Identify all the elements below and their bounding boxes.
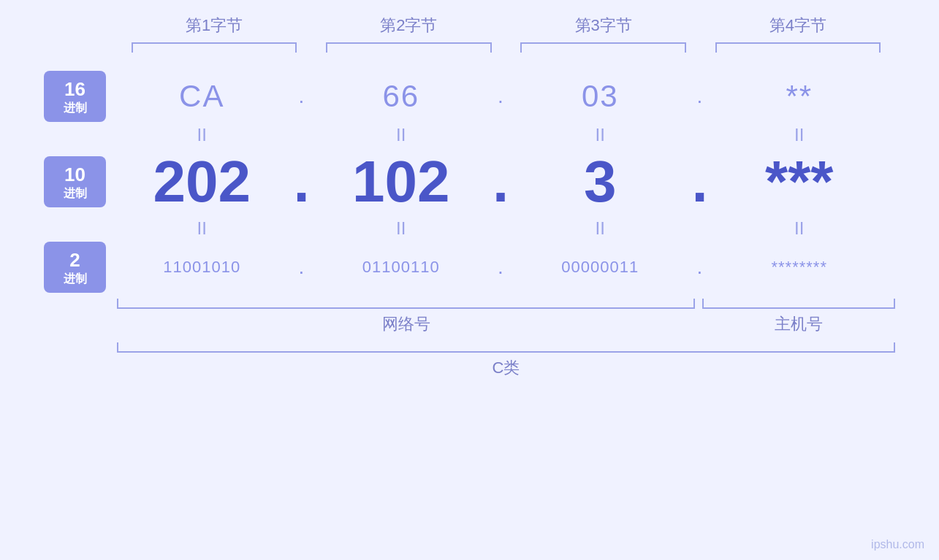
eq1-col3: II — [512, 125, 689, 145]
class-bracket-box — [117, 342, 895, 353]
dec-col1: 202 — [113, 148, 291, 215]
hex-col3: 03 — [512, 79, 689, 114]
bin-dot1: . — [291, 256, 313, 279]
bracket-col1 — [117, 42, 311, 53]
main-container: 第1字节 第2字节 第3字节 第4字节 16 进制 CA . — [0, 0, 939, 560]
network-bracket-line — [117, 299, 695, 309]
bin-label: 2 进制 — [44, 242, 106, 293]
col1-header: 第1字节 — [117, 15, 311, 37]
hex-col2: 66 — [313, 79, 490, 114]
bracket-col2 — [311, 42, 506, 53]
hex-col4: ** — [711, 79, 889, 114]
dec-row: 10 进制 202 . 102 . 3 . *** — [44, 148, 895, 215]
eq1-col2: II — [313, 125, 490, 145]
class-label: C类 — [117, 357, 895, 379]
equals-row1: II II II II — [44, 122, 895, 148]
host-bracket-line — [702, 299, 895, 309]
dec-dot3: . — [689, 148, 711, 215]
dec-dot1: . — [291, 148, 313, 215]
bracket-col3 — [506, 42, 701, 53]
eq2-col1: II — [113, 218, 291, 239]
bottom-brackets — [117, 299, 895, 309]
bin-data: 11001010 . 01100110 . 00000011 . *******… — [106, 256, 895, 279]
bracket-col4 — [701, 42, 895, 53]
eq2-col2: II — [313, 218, 490, 239]
dec-label: 10 进制 — [44, 156, 106, 207]
hex-data: CA . 66 . 03 . ** — [106, 79, 895, 114]
dec-dot2: . — [490, 148, 512, 215]
eq2-col3: II — [512, 218, 689, 239]
hex-dot3: . — [689, 85, 711, 108]
eq1-col4: II — [711, 125, 889, 145]
class-bracket-line — [117, 342, 895, 353]
hex-label: 16 进制 — [44, 71, 106, 122]
dec-col3: 3 — [512, 148, 689, 215]
network-host-labels: 网络号 主机号 — [117, 313, 895, 335]
bin-dot3: . — [689, 256, 711, 279]
bin-col2: 01100110 — [313, 258, 490, 277]
bin-row: 2 进制 11001010 . 01100110 . 00000011 . **… — [44, 242, 895, 293]
network-bracket-box — [117, 299, 695, 309]
eq2-col4: II — [711, 218, 889, 239]
hex-dot1: . — [291, 85, 313, 108]
col4-header: 第4字节 — [701, 15, 895, 37]
bin-col4: ******** — [711, 258, 889, 277]
host-label: 主机号 — [702, 313, 895, 335]
eq1-col1: II — [113, 125, 291, 145]
dec-col4: *** — [711, 148, 889, 215]
hex-dot2: . — [490, 85, 512, 108]
bin-dot2: . — [490, 256, 512, 279]
dec-data: 202 . 102 . 3 . *** — [106, 148, 895, 215]
col2-header: 第2字节 — [311, 15, 506, 37]
host-bracket-box — [702, 299, 895, 309]
bin-col3: 00000011 — [512, 258, 689, 277]
hex-col1: CA — [113, 79, 291, 114]
col3-header: 第3字节 — [506, 15, 701, 37]
equals-row2: II II II II — [44, 215, 895, 242]
network-label: 网络号 — [117, 313, 695, 335]
dec-col2: 102 — [313, 148, 490, 215]
bin-col1: 11001010 — [113, 258, 291, 277]
hex-row: 16 进制 CA . 66 . 03 . ** — [44, 71, 895, 122]
watermark: ipshu.com — [871, 538, 924, 551]
